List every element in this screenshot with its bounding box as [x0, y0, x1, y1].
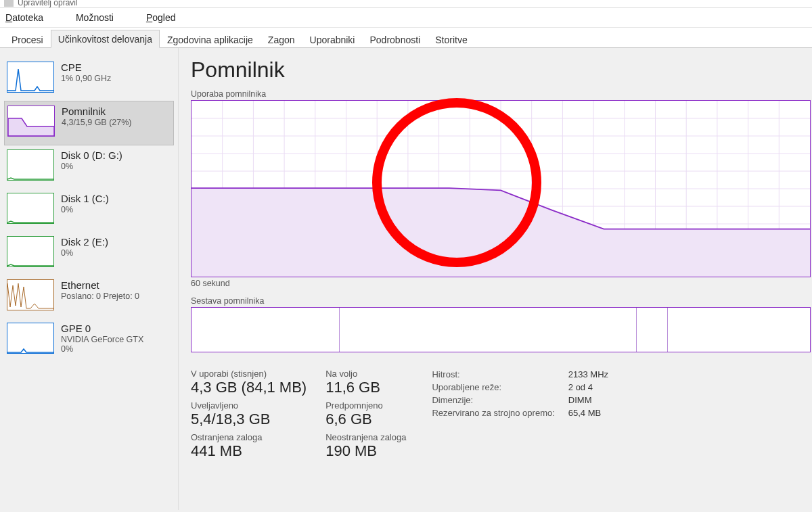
memory-composition-bar [191, 307, 811, 352]
tab-podrobnosti[interactable]: Podrobnosti [362, 30, 428, 48]
stat-value: 6,6 GB [325, 411, 406, 428]
sidebar-item-sub: 0% [61, 248, 108, 258]
sidebar-item-title: Ethernet [61, 279, 139, 291]
tab-strip: ProcesiUčinkovitost delovanjaZgodovina a… [0, 28, 812, 48]
detail-key: Hitrost: [432, 369, 566, 380]
composition-label: Sestava pomnilnika [191, 296, 812, 306]
chart-label: Uporaba pomnilnika [191, 89, 812, 99]
performance-sidebar: CPE1% 0,90 GHzPomnilnik4,3/15,9 GB (27%)… [0, 48, 179, 510]
sidebar-item-title: Disk 1 (C:) [61, 193, 109, 204]
sparkline-icon [7, 149, 54, 181]
tab-zgodovina-aplikacije[interactable]: Zgodovina aplikacije [160, 30, 261, 48]
sidebar-item-disk-2-e-[interactable]: Disk 2 (E:)0% [4, 232, 174, 275]
sidebar-item-title: Disk 0 (D: G:) [61, 149, 122, 161]
sparkline-icon [7, 279, 54, 310]
detail-val: DIMM [568, 394, 621, 406]
sidebar-item-title: CPE [61, 62, 111, 73]
tab-zagon[interactable]: Zagon [261, 30, 302, 48]
app-icon [4, 0, 14, 7]
page-title: Pomnilnik [191, 57, 812, 83]
detail-key: Uporabljene reže: [432, 381, 566, 393]
tab-uporabniki[interactable]: Uporabniki [302, 30, 363, 48]
stat-value: 4,3 GB (84,1 MB) [191, 379, 307, 396]
window-title: Upravitelj opravil [18, 0, 78, 7]
detail-val: 2133 MHz [568, 369, 621, 380]
sidebar-item-title: GPE 0 [61, 323, 143, 334]
sidebar-item-disk-0-d-g-[interactable]: Disk 0 (D: G:)0% [4, 145, 174, 189]
stat-label: Ostranjena zaloga [191, 432, 307, 442]
stat-value: 5,4/18,3 GB [191, 411, 307, 428]
menu-options[interactable]: Možnosti [76, 12, 129, 23]
sidebar-item-sub2: 0% [61, 344, 143, 354]
composition-segment [340, 308, 637, 352]
sidebar-item-sub: 0% [61, 205, 109, 214]
sparkline-icon [7, 236, 54, 267]
sidebar-item-sub: 4,3/15,9 GB (27%) [62, 118, 132, 127]
stat-label: Neostranjena zaloga [325, 432, 406, 442]
memory-usage-chart [191, 100, 811, 277]
sidebar-item-title: Disk 2 (E:) [61, 236, 108, 248]
composition-segment [637, 308, 668, 352]
stat-label: Uveljavljeno [191, 400, 307, 411]
composition-segment [668, 308, 810, 352]
stat-label: Na voljo [325, 369, 406, 379]
menu-file[interactable]: Datoteka [5, 12, 58, 23]
detail-key: Rezervirano za strojno opremo: [432, 407, 566, 419]
tab-storitve[interactable]: Storitve [428, 30, 474, 48]
sparkline-icon [7, 323, 54, 354]
sparkline-icon [7, 62, 54, 93]
memory-detail-table: Hitrost:2133 MHzUporabljene reže:2 od 4D… [430, 367, 622, 464]
sidebar-item-sub: 0% [61, 162, 122, 171]
detail-key: Dimenzije: [432, 394, 566, 406]
sidebar-item-ethernet[interactable]: EthernetPoslano: 0 Prejeto: 0 [4, 275, 174, 319]
tab-procesi[interactable]: Procesi [4, 30, 51, 48]
stat-label: Predpomnjeno [325, 400, 406, 411]
tab-učinkovitost-delovanja[interactable]: Učinkovitost delovanja [51, 30, 160, 48]
sidebar-item-sub: Poslano: 0 Prejeto: 0 [61, 292, 139, 301]
stat-label: V uporabi (stisnjen) [191, 369, 307, 379]
sparkline-icon [7, 193, 54, 224]
stat-value: 441 MB [191, 442, 307, 460]
memory-stats: V uporabi (stisnjen)4,3 GB (84,1 MB)Uvel… [191, 367, 812, 464]
sidebar-item-sub: NVIDIA GeForce GTX [61, 335, 143, 344]
stat-value: 11,6 GB [325, 379, 406, 396]
sidebar-item-pomnilnik[interactable]: Pomnilnik4,3/15,9 GB (27%) [4, 101, 174, 145]
sparkline-icon [7, 106, 55, 137]
sidebar-item-disk-1-c-[interactable]: Disk 1 (C:)0% [4, 189, 174, 232]
menu-view[interactable]: Pogled [146, 12, 191, 23]
menu-bar: Datoteka Možnosti Pogled [0, 8, 812, 28]
sidebar-item-sub: 1% 0,90 GHz [61, 74, 111, 83]
window-titlebar: Upravitelj opravil [0, 0, 812, 8]
stat-value: 190 MB [325, 442, 406, 460]
composition-segment [191, 308, 340, 352]
sidebar-item-title: Pomnilnik [62, 106, 132, 117]
detail-val: 2 od 4 [568, 381, 621, 393]
memory-panel: Pomnilnik Uporaba pomnilnika 60 sekund S… [179, 48, 812, 510]
sidebar-item-gpe-0[interactable]: GPE 0NVIDIA GeForce GTX0% [4, 319, 174, 362]
sidebar-item-cpe[interactable]: CPE1% 0,90 GHz [4, 57, 174, 101]
detail-val: 65,4 MB [568, 407, 621, 419]
chart-time-label: 60 sekund [191, 279, 812, 288]
